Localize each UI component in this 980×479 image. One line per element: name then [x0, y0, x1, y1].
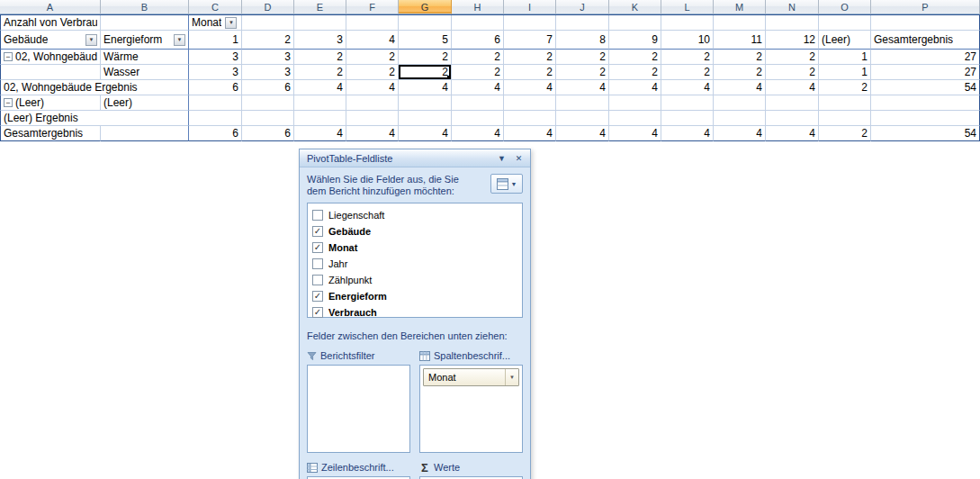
col-header-I[interactable]: I: [504, 0, 556, 14]
cell-L1[interactable]: [661, 15, 714, 31]
cell-H6[interactable]: [452, 95, 504, 111]
field-button-monat[interactable]: Monat ▼: [423, 368, 519, 386]
cell-E5[interactable]: 4: [294, 80, 346, 95]
cell-H5[interactable]: 4: [452, 80, 504, 95]
cell-M6[interactable]: [714, 95, 766, 111]
col-header-L[interactable]: L: [661, 0, 714, 14]
chevron-down-icon[interactable]: ▼: [505, 369, 518, 385]
cell-K8[interactable]: 4: [609, 126, 661, 141]
cell-F8[interactable]: 4: [346, 126, 399, 141]
field-checkbox[interactable]: [312, 258, 323, 269]
cell-L6[interactable]: [661, 95, 714, 111]
cell-L3[interactable]: 2: [661, 50, 714, 65]
cell-E2[interactable]: 3: [294, 31, 346, 50]
cell-N7[interactable]: [766, 111, 819, 126]
cell-J4[interactable]: 2: [556, 65, 609, 80]
field-checkbox[interactable]: ✓: [312, 291, 323, 302]
cell-P2[interactable]: Gesamtergebnis: [871, 31, 980, 50]
cell-N2[interactable]: 12: [766, 31, 819, 50]
cell-O7[interactable]: [819, 111, 871, 126]
cell-P8[interactable]: 54: [871, 126, 980, 141]
cell-D2[interactable]: 2: [242, 31, 294, 50]
cell-J7[interactable]: [556, 111, 609, 126]
cell-F1[interactable]: [346, 15, 399, 31]
col-header-F[interactable]: F: [346, 0, 399, 14]
cell-L2[interactable]: 10: [661, 31, 714, 50]
cell-D4[interactable]: 3: [242, 65, 294, 80]
cell-A2[interactable]: Gebäude▼: [0, 31, 101, 50]
cell-J1[interactable]: [556, 15, 609, 31]
cell-I8[interactable]: 4: [504, 126, 556, 141]
cell-F2[interactable]: 4: [346, 31, 399, 50]
col-header-A[interactable]: A: [0, 0, 101, 14]
cell-B6[interactable]: (Leer): [101, 95, 189, 111]
col-header-P[interactable]: P: [871, 0, 980, 14]
cell-M4[interactable]: 2: [714, 65, 766, 80]
cell-G6[interactable]: [399, 95, 452, 111]
cell-K5[interactable]: 4: [609, 80, 661, 95]
cell-F3[interactable]: 2: [346, 50, 399, 65]
layout-selector-button[interactable]: ▼: [490, 174, 523, 194]
cell-O2[interactable]: (Leer): [819, 31, 871, 50]
cell-P1[interactable]: [871, 15, 980, 31]
cell-E6[interactable]: [294, 95, 346, 111]
cell-O4[interactable]: 1: [819, 65, 871, 80]
cell-O8[interactable]: 2: [819, 126, 871, 141]
field-checkbox[interactable]: ✓: [312, 307, 323, 318]
cell-O6[interactable]: [819, 95, 871, 111]
field-item-energieform[interactable]: ✓Energieform: [312, 288, 517, 304]
cell-A4[interactable]: [0, 65, 101, 80]
cell-B4[interactable]: Wasser: [101, 65, 189, 80]
cell-B1[interactable]: [101, 15, 189, 31]
cell-B3[interactable]: Wärme: [101, 50, 189, 65]
cell-H3[interactable]: 2: [452, 50, 504, 65]
cell-K7[interactable]: [609, 111, 661, 126]
col-header-G[interactable]: G: [399, 0, 452, 14]
cell-N5[interactable]: 4: [766, 80, 819, 95]
cell-K2[interactable]: 9: [609, 31, 661, 50]
cell-N4[interactable]: 2: [766, 65, 819, 80]
cell-A1[interactable]: Anzahl von Verbrau: [0, 15, 101, 31]
cell-C8[interactable]: 6: [189, 126, 242, 141]
cell-E7[interactable]: [294, 111, 346, 126]
cell-J8[interactable]: 4: [556, 126, 609, 141]
cell-I1[interactable]: [504, 15, 556, 31]
cell-P7[interactable]: [871, 111, 980, 126]
field-checkbox[interactable]: [312, 275, 323, 285]
cell-C3[interactable]: 3: [189, 50, 242, 65]
panel-menu-dropdown-icon[interactable]: ▼: [494, 151, 509, 165]
cell-J5[interactable]: 4: [556, 80, 609, 95]
cell-I7[interactable]: [504, 111, 556, 126]
cell-E3[interactable]: 2: [294, 50, 346, 65]
cell-J2[interactable]: 8: [556, 31, 609, 50]
field-item-liegenschaft[interactable]: Liegenschaft: [312, 207, 517, 223]
cell-H1[interactable]: [452, 15, 504, 31]
col-header-K[interactable]: K: [609, 0, 661, 14]
cell-D3[interactable]: 3: [242, 50, 294, 65]
cell-C5[interactable]: 6: [189, 80, 242, 95]
cell-L4[interactable]: 2: [661, 65, 714, 80]
panel-titlebar[interactable]: PivotTable-Feldliste ▼ ✕: [300, 149, 530, 167]
cell-M5[interactable]: 4: [714, 80, 766, 95]
field-item-zählpunkt[interactable]: Zählpunkt: [312, 272, 517, 288]
cell-F7[interactable]: [346, 111, 399, 126]
col-header-C[interactable]: C: [189, 0, 242, 14]
field-checkbox[interactable]: ✓: [312, 242, 323, 253]
field-item-gebäude[interactable]: ✓Gebäude: [312, 223, 517, 240]
cell-C7[interactable]: [189, 111, 242, 126]
cell-G7[interactable]: [399, 111, 452, 126]
cell-F5[interactable]: 4: [346, 80, 399, 95]
cell-F4[interactable]: 2: [346, 65, 399, 80]
cell-N6[interactable]: [766, 95, 819, 111]
col-header-N[interactable]: N: [766, 0, 819, 14]
col-header-M[interactable]: M: [714, 0, 766, 14]
cell-E4[interactable]: 2: [294, 65, 346, 80]
cell-A3[interactable]: −02, Wohngebäude: [0, 50, 101, 65]
cell-M2[interactable]: 11: [714, 31, 766, 50]
cell-G3[interactable]: 2: [399, 50, 452, 65]
filter-dropdown-button[interactable]: ▼: [174, 34, 185, 46]
cell-C1[interactable]: Monat▼: [189, 15, 242, 31]
cell-A6[interactable]: −(Leer): [0, 95, 101, 111]
cell-P6[interactable]: [871, 95, 980, 111]
cell-J6[interactable]: [556, 95, 609, 111]
